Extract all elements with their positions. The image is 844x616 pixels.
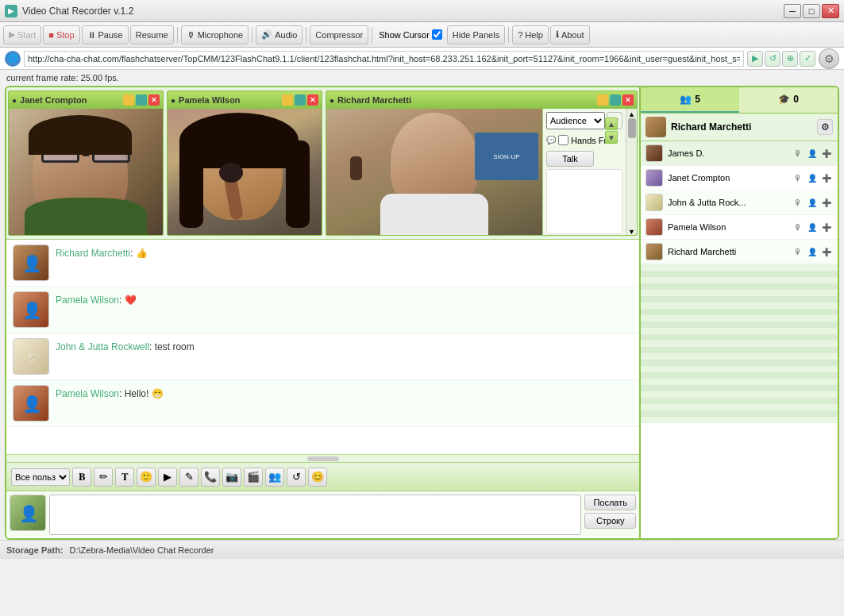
add-icon[interactable]: ➕ [820, 221, 833, 233]
show-cursor-check[interactable]: Show Cursor [376, 29, 445, 40]
message-input[interactable] [49, 495, 581, 535]
add-icon[interactable]: ➕ [820, 171, 833, 184]
user-name: John & Jutta Rock... [668, 198, 787, 207]
video-button[interactable]: 🎬 [244, 468, 263, 487]
separator-1 [177, 27, 178, 43]
horiz-scroll-thumb[interactable] [307, 456, 339, 461]
message-row: 👤 Pamela Wilson: ❤️ [6, 287, 639, 333]
show-cursor-checkbox[interactable] [432, 29, 442, 40]
cam-icon[interactable]: 👤 [806, 171, 819, 184]
cam-icon[interactable]: 👤 [806, 196, 819, 209]
nav-btn-3[interactable]: ⊕ [782, 51, 798, 67]
storage-path-value: D:\Zebra-Media\Video Chat Recorder [70, 545, 214, 555]
row-button[interactable]: Строку [584, 513, 636, 529]
video-nav-up[interactable]: ▲ [605, 117, 618, 130]
maximize-button[interactable]: □ [803, 4, 820, 18]
font-size-button[interactable]: 𝐓 [115, 468, 134, 487]
pause-button[interactable]: ⏸ Pause [82, 25, 129, 44]
frame-rate-status: current frame rate: 25.00 fps. [6, 73, 119, 83]
group-select[interactable]: Все польз [11, 468, 70, 486]
talk-button[interactable]: Talk [546, 151, 594, 167]
main-layout: ● Janet Crompton ✕ [5, 86, 839, 540]
richard-video-panel: ● Richard Marchetti ✕ [326, 90, 638, 236]
stop-button[interactable]: ■ Stop [43, 25, 79, 44]
send-button[interactable]: Послать [584, 495, 636, 510]
phone-button[interactable]: 📞 [201, 468, 220, 487]
scroll-thumb[interactable] [628, 118, 636, 138]
hands-free-checkbox[interactable] [558, 135, 568, 145]
italic-button[interactable]: ✏ [94, 468, 113, 487]
emoji-button[interactable]: 🙂 [137, 468, 156, 487]
scroll-up[interactable]: ▲ [628, 110, 635, 118]
compressor-button[interactable]: Compressor [310, 25, 368, 44]
separator-2 [252, 27, 252, 43]
janet-minimize-button[interactable] [123, 94, 134, 106]
mic-icon[interactable]: 🎙 [792, 196, 804, 209]
close-button[interactable]: ✕ [822, 4, 839, 18]
message-row: 👤 Richard Marchetti: 👍 [6, 240, 639, 287]
audience-tab-icon: 👥 [680, 94, 692, 105]
john-avatar-msg: 🍸 [13, 338, 49, 375]
camera-button[interactable]: 📷 [222, 468, 241, 487]
url-input[interactable] [24, 51, 744, 67]
settings-icon[interactable]: ⚙ [817, 119, 833, 135]
nav-btn-4[interactable]: ✓ [800, 51, 815, 67]
nav-btn-1[interactable]: ▶ [747, 51, 763, 67]
pamela-video-frame [168, 109, 322, 236]
youtube-button[interactable]: ▶ [158, 468, 177, 487]
pamela-close-button[interactable]: ✕ [307, 94, 318, 106]
help-button[interactable]: ? Help [512, 25, 549, 44]
help-label: Help [525, 30, 543, 40]
user-icons: 🎙 👤 ➕ [792, 221, 833, 233]
pamela-minimize-button[interactable] [282, 94, 293, 106]
pamela-maximize-button[interactable] [295, 94, 306, 106]
janet-avatar-list [646, 169, 663, 187]
add-icon[interactable]: ➕ [820, 147, 833, 160]
richard-video-frame: SIGN-UP [326, 109, 542, 236]
janet-maximize-button[interactable] [136, 94, 147, 106]
user-icons: 🎙 👤 ➕ [792, 245, 833, 258]
richard-minimize-button[interactable] [597, 94, 608, 106]
refresh-button[interactable]: ↺ [287, 468, 306, 487]
edit-button[interactable]: ✎ [179, 468, 198, 487]
bold-button[interactable]: 𝐁 [72, 468, 91, 487]
richard-close-button[interactable]: ✕ [622, 94, 634, 106]
smile-button[interactable]: 😊 [308, 468, 327, 487]
cam-icon[interactable]: 👤 [806, 147, 819, 160]
user-name: Janet Crompton [668, 173, 787, 183]
nav-btn-2[interactable]: ↺ [765, 51, 780, 67]
user-name: Pamela Wilson [668, 222, 787, 232]
resume-button[interactable]: Resume [130, 25, 174, 44]
message-text: Richard Marchetti: 👍 [56, 244, 148, 259]
mod-tab[interactable]: 🎓 0 [739, 87, 838, 113]
audience-tab[interactable]: 👥 5 [641, 87, 739, 113]
start-button[interactable]: ▶ Start [3, 25, 41, 44]
compressor-label: Compressor [315, 30, 363, 40]
audience-select[interactable]: Audience [546, 112, 605, 129]
mic-icon[interactable]: 🎙 [792, 221, 804, 233]
janet-video-frame [9, 109, 163, 236]
cam-icon[interactable]: 👤 [806, 221, 819, 233]
audio-button[interactable]: 🔊 Audio [256, 25, 303, 44]
about-button[interactable]: ℹ About [550, 25, 590, 44]
add-icon[interactable]: ➕ [820, 245, 833, 258]
minimize-button[interactable]: ─ [784, 4, 801, 18]
mod-tab-count: 0 [793, 94, 799, 105]
janet-close-button[interactable]: ✕ [148, 94, 160, 106]
mic-icon[interactable]: 🎙 [792, 171, 804, 184]
video-nav-down[interactable]: ▼ [605, 131, 618, 144]
cam-icon[interactable]: 👤 [806, 245, 819, 258]
left-main: ● Janet Crompton ✕ [6, 87, 639, 538]
featured-user-row: Richard Marchetti ⚙ [641, 114, 838, 141]
microphone-button[interactable]: 🎙 Microphone [181, 25, 249, 44]
mic-icon[interactable]: 🎙 [792, 245, 804, 258]
stop-label: Stop [56, 30, 75, 40]
hide-panels-button[interactable]: Hide Panels [447, 25, 505, 44]
settings-icon[interactable]: ⚙ [819, 48, 839, 69]
mod-tab-icon: 🎓 [778, 94, 790, 105]
people-button[interactable]: 👥 [265, 468, 284, 487]
richard-maximize-button[interactable] [610, 94, 621, 106]
add-icon[interactable]: ➕ [820, 196, 833, 209]
scroll-down[interactable]: ▼ [628, 228, 635, 236]
mic-icon[interactable]: 🎙 [792, 147, 804, 160]
